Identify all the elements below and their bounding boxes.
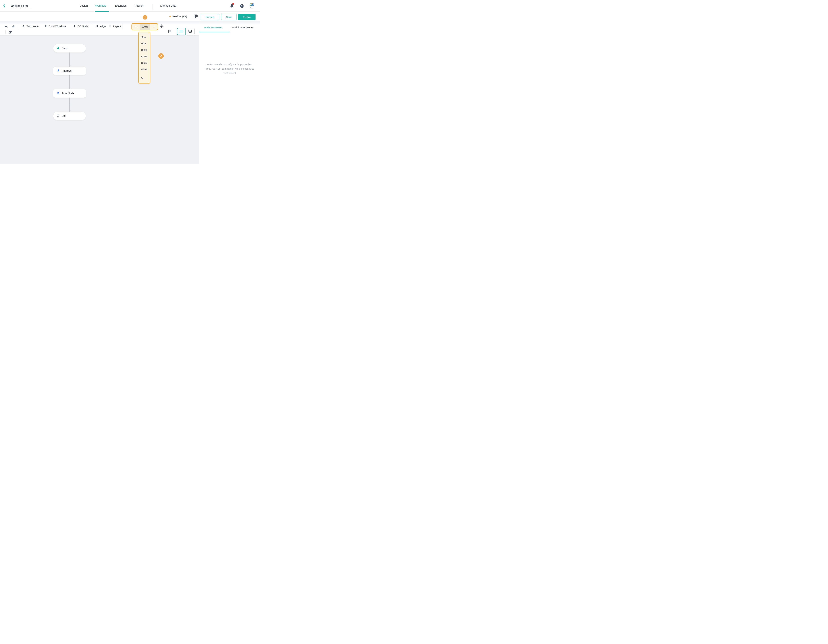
layout-button[interactable]: Layout <box>109 21 121 31</box>
tab-divider <box>152 4 153 9</box>
page-title[interactable]: Untitled Form <box>11 4 31 9</box>
node-label: Task Node <box>61 92 74 95</box>
zoom-option-fit[interactable]: Fit <box>139 75 150 82</box>
version-indicator[interactable]: Version (V1) <box>169 12 187 21</box>
layout-label: Layout <box>113 25 121 28</box>
align-label: Align <box>100 25 106 28</box>
add-task-node-button[interactable]: Task Node <box>22 21 39 31</box>
align-button[interactable]: Align <box>96 21 106 31</box>
add-cc-node-button[interactable]: CC Node <box>73 21 88 31</box>
zoom-dropdown-menu: 50% 75% 100% 125% 150% 200% Fit <box>138 31 151 83</box>
layout-icon <box>109 25 111 28</box>
placeholder-line: Select a node to configure its propertie… <box>201 62 258 67</box>
menu-divider <box>140 74 149 74</box>
toolbar-divider <box>122 24 123 29</box>
zoom-option-100[interactable]: 100% <box>139 47 150 53</box>
hamburger-icon <box>179 30 183 33</box>
tab-publish[interactable]: Publish <box>135 0 143 12</box>
active-panel-tab-underline <box>199 31 229 32</box>
connector-midpoint-dot[interactable] <box>69 104 70 105</box>
zoom-option-75[interactable]: 75% <box>139 40 150 47</box>
jodoo-logo[interactable]: Jodoo <box>249 2 255 9</box>
zoom-option-50[interactable]: 50% <box>139 34 150 40</box>
action-bar: 1 Version (V1) Preview Save Enable <box>0 12 260 21</box>
help-icon[interactable]: ? <box>240 4 244 8</box>
back-icon[interactable] <box>2 3 6 8</box>
node-start[interactable]: Start <box>53 44 86 52</box>
paper-plane-icon <box>73 25 76 28</box>
stamp-icon <box>56 92 60 95</box>
tab-extension[interactable]: Extension <box>115 0 127 12</box>
connector-line <box>69 52 70 65</box>
tutorial-step-2-badge: 2 <box>158 53 164 59</box>
top-header: Untitled Form Design Workflow Extension … <box>0 0 260 12</box>
version-code: (V1) <box>182 15 187 18</box>
diamond-icon <box>44 25 47 28</box>
version-status-dot <box>169 16 171 17</box>
zoom-out-button[interactable]: − <box>132 24 140 30</box>
toolbar-divider <box>5 30 6 34</box>
node-end[interactable]: End <box>53 112 86 120</box>
notification-badge <box>232 3 234 5</box>
enable-button[interactable]: Enable <box>238 14 256 20</box>
workflow-editor: Untitled Form Design Workflow Extension … <box>0 0 260 164</box>
card-view-toggle[interactable] <box>186 28 194 35</box>
save-button[interactable]: Save <box>221 14 237 20</box>
placeholder-line: Press "ctrl" or "command" while selectin… <box>201 67 258 71</box>
power-icon <box>56 114 60 118</box>
zoom-option-150[interactable]: 150% <box>139 60 150 66</box>
cc-node-label: CC Node <box>77 25 88 28</box>
main-area: Task Node Child Workflow CC Node Align L… <box>0 21 260 164</box>
tutorial-step-1-badge: 1 <box>143 15 147 20</box>
connector-line <box>69 97 70 110</box>
node-label: End <box>61 115 66 118</box>
node-label: Approval <box>61 69 72 72</box>
stamp-icon <box>22 25 25 28</box>
workflow-toolbar: Task Node Child Workflow CC Node Align L… <box>0 21 199 36</box>
zoom-control: − 100% + <box>132 23 158 30</box>
stamp-icon <box>56 69 60 73</box>
child-workflow-label: Child Workflow <box>49 25 66 28</box>
align-icon <box>96 25 98 28</box>
properties-panel: Node Properties Workflow Properties Sele… <box>199 21 260 164</box>
keyboard-shortcuts-icon[interactable] <box>168 30 172 33</box>
add-child-workflow-button[interactable]: Child Workflow <box>44 21 66 31</box>
node-approval[interactable]: Approval <box>53 67 86 75</box>
connector-line <box>69 75 70 88</box>
preview-button[interactable]: Preview <box>201 14 219 20</box>
tab-workflow-properties[interactable]: Workflow Properties <box>232 26 254 29</box>
version-label: Version <box>172 15 181 18</box>
placeholder-line: multi-select <box>201 71 258 75</box>
tab-workflow[interactable]: Workflow <box>95 0 106 12</box>
tab-manage-data[interactable]: Manage Data <box>160 0 176 12</box>
list-view-toggle-active[interactable] <box>177 28 186 35</box>
redo-icon[interactable] <box>12 21 15 31</box>
zoom-level-value[interactable]: 100% <box>140 24 150 30</box>
zoom-option-200[interactable]: 200% <box>139 66 150 72</box>
person-icon <box>56 47 60 50</box>
node-task[interactable]: Task Node <box>53 89 86 97</box>
node-label: Start <box>61 47 67 50</box>
zoom-in-button[interactable]: + <box>150 24 158 30</box>
tab-node-properties[interactable]: Node Properties <box>204 26 222 29</box>
zoom-option-125[interactable]: 125% <box>139 53 150 60</box>
logo-text: Jodoo <box>249 7 255 9</box>
active-tab-underline <box>95 11 109 12</box>
stacked-cards-icon <box>188 29 192 34</box>
panel-placeholder-text: Select a node to configure its propertie… <box>199 62 260 75</box>
view-mode-toggle <box>177 28 194 35</box>
workflow-canvas[interactable]: Start Approval Task Node End 2 <box>0 36 199 164</box>
locate-center-icon[interactable] <box>160 21 164 31</box>
tab-design[interactable]: Design <box>80 0 88 12</box>
task-node-label: Task Node <box>27 25 39 28</box>
undo-icon[interactable] <box>5 21 8 31</box>
delete-trash-icon[interactable] <box>9 31 12 34</box>
version-notes-icon[interactable] <box>194 14 198 18</box>
